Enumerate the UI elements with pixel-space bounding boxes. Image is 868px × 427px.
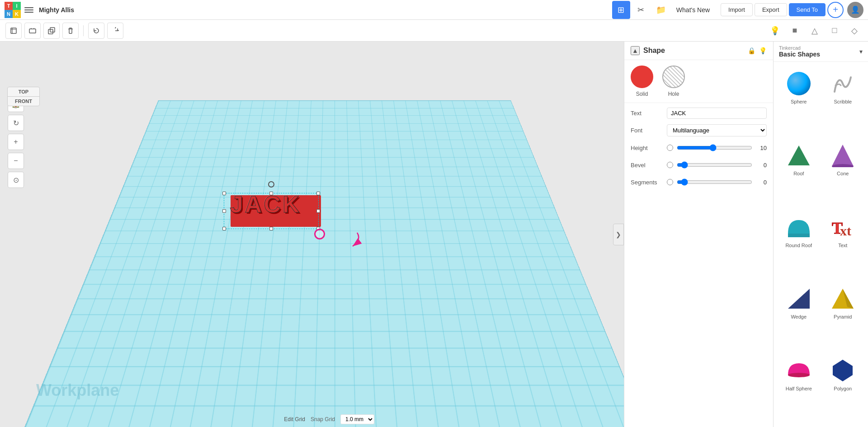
svg-marker-6 [832, 145, 854, 166]
pink-arrow [326, 230, 362, 249]
handle-bl[interactable] [222, 227, 226, 230]
shape-bulb-icon[interactable]: 💡 [759, 47, 767, 54]
fit-button[interactable]: ⊙ [8, 172, 24, 188]
height-value: 10 [756, 145, 767, 151]
tools-button[interactable]: ✂ [632, 1, 650, 19]
rotate-handle-bottom[interactable] [269, 227, 273, 230]
delete-button[interactable] [62, 23, 79, 39]
text-input[interactable] [667, 108, 767, 119]
bevel-value: 0 [756, 162, 767, 169]
shape-item-cone[interactable]: Cone [821, 137, 865, 208]
projects-button[interactable]: 📁 [652, 1, 670, 19]
shape-item-pyramid[interactable]: Pyramid [821, 281, 865, 352]
wedge-icon [787, 287, 811, 310]
snap-grid-label: Snap Grid [311, 416, 335, 422]
orbit-button[interactable]: ↻ [8, 115, 24, 131]
text-shape-label: Text [838, 243, 847, 248]
font-select[interactable]: Multilanguage Arial Times New Roman [667, 124, 767, 136]
shape-item-wedge[interactable]: Wedge [777, 281, 821, 352]
hole-type[interactable]: Hole [662, 66, 685, 97]
scribble-label: Scribble [834, 99, 852, 104]
shape-item-sphere[interactable]: Sphere [777, 66, 821, 136]
shape-panel: ▲ Shape 🔒 💡 Solid Hole Text [624, 42, 773, 427]
shape-item-round-roof[interactable]: Round Roof [777, 209, 821, 280]
bevel-label: Bevel [631, 162, 667, 169]
mirror-icon[interactable]: ◇ [846, 23, 863, 39]
shape-lock-icon[interactable]: 🔒 [748, 47, 755, 54]
font-property-row: Font Multilanguage Arial Times New Roman [631, 124, 767, 136]
cone-icon [831, 144, 854, 167]
wedge-label: Wedge [791, 314, 807, 319]
workplane[interactable]: (function(){ var wp = document.getElemen… [0, 100, 624, 427]
zoom-out-button[interactable]: − [8, 153, 24, 169]
jack-text-letters: JACK [230, 191, 302, 218]
height-slider[interactable] [677, 142, 752, 154]
edit-grid-button[interactable]: Edit Grid [284, 416, 305, 422]
shape-item-polygon[interactable]: Polygon [821, 352, 865, 423]
svg-marker-15 [833, 360, 853, 381]
segments-radio[interactable] [667, 179, 673, 185]
segments-slider[interactable] [677, 176, 752, 188]
svg-point-14 [788, 373, 810, 377]
shapes-panel-header: Tinkercad Basic Shapes ▾ [774, 42, 868, 62]
add-profile-button[interactable]: + [827, 2, 844, 18]
svg-rect-1 [29, 29, 36, 33]
redo-button[interactable] [107, 23, 123, 39]
panel-collapse-arrow[interactable]: ❯ [613, 224, 624, 245]
shape-item-half-sphere[interactable]: Half Sphere [777, 352, 821, 423]
import-button[interactable]: Import [721, 3, 753, 16]
jack-3d-object[interactable]: JACK [222, 191, 321, 231]
profile-avatar[interactable]: 👤 [847, 2, 863, 18]
height-label: Height [631, 145, 667, 151]
hole-label: Hole [668, 91, 679, 97]
shape-item-scribble[interactable]: Scribble [821, 66, 865, 136]
send-to-button[interactable]: Send To [789, 3, 826, 16]
hamburger-menu[interactable] [24, 7, 33, 13]
bevel-slider[interactable] [677, 159, 752, 171]
logo-n: N [5, 10, 13, 18]
text-3d-icon: T xt [831, 216, 854, 239]
height-property-row: Height 10 [631, 142, 767, 154]
logo-k: K [13, 10, 21, 18]
jack-text-3d: JACK [224, 191, 307, 218]
text-label: Text [631, 110, 667, 117]
viewport-top-label: TOP [8, 87, 39, 97]
logo-t: T [5, 2, 13, 10]
toolbar: 💡 ■ △ □ ◇ [0, 20, 868, 42]
half-sphere-icon [787, 359, 811, 382]
shape-types-row: Solid Hole [624, 60, 773, 103]
grid-view-button[interactable]: ⊞ [612, 1, 630, 19]
height-radio[interactable] [667, 145, 673, 151]
whats-new-button[interactable]: What's New [670, 4, 716, 16]
export-button[interactable]: Export [755, 3, 787, 16]
solid-circle [631, 66, 653, 88]
shape-item-text[interactable]: T xt Text [821, 209, 865, 280]
undo-button[interactable] [88, 23, 104, 39]
snap-grid-select[interactable]: 1.0 mm 0.5 mm 2.0 mm [340, 414, 374, 424]
view-mode-icon[interactable]: ■ [787, 23, 803, 39]
solid-type[interactable]: Solid [631, 66, 653, 97]
bevel-radio[interactable] [667, 162, 673, 168]
workplane-button[interactable] [24, 23, 41, 39]
canvas-area[interactable]: TOP FRONT 🏠 ↻ + − ⊙ (function(){ var wp … [0, 42, 624, 427]
shapes-dropdown-button[interactable]: ▾ [859, 48, 863, 55]
svg-text:xt: xt [840, 223, 851, 238]
segments-label: Segments [631, 179, 667, 186]
half-sphere-label: Half Sphere [786, 386, 812, 391]
logo[interactable]: T I N K [5, 2, 21, 18]
shapes-library-panel: Tinkercad Basic Shapes ▾ Sphere [773, 42, 868, 427]
bevel-property-row: Bevel 0 [631, 159, 767, 171]
zoom-in-button[interactable]: + [8, 134, 24, 150]
shape-item-roof[interactable]: Roof [777, 137, 821, 208]
shape-collapse-button[interactable]: ▲ [631, 46, 640, 55]
camera-icon[interactable]: △ [807, 23, 823, 39]
light-icon[interactable]: 💡 [767, 23, 783, 39]
duplicate-button[interactable] [43, 23, 60, 39]
sphere-icon [787, 72, 811, 95]
grid-icon[interactable]: □ [826, 23, 843, 39]
svg-rect-3 [50, 28, 55, 32]
svg-marker-11 [788, 289, 810, 309]
new-button[interactable] [5, 23, 22, 39]
handle-tr[interactable] [316, 192, 320, 195]
handle-bm[interactable] [269, 227, 273, 230]
